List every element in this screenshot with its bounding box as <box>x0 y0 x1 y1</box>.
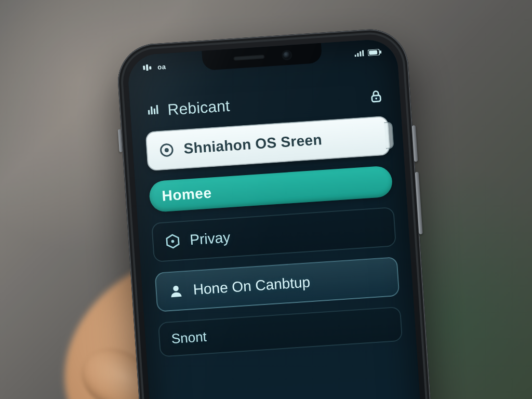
menu-item-home-on-label: Hone On Canbtup <box>193 274 311 298</box>
svg-rect-4 <box>357 53 358 57</box>
svg-rect-11 <box>151 107 153 114</box>
svg-rect-13 <box>156 105 158 114</box>
svg-point-19 <box>171 240 174 243</box>
svg-rect-10 <box>148 110 150 115</box>
menu-item-snont-label: Snont <box>171 329 207 347</box>
phone-frame: oa Rebicant <box>115 27 440 399</box>
signal-icon <box>354 50 364 57</box>
search-card[interactable]: Shniahon OS Sreen <box>145 116 390 171</box>
person-icon <box>168 283 184 299</box>
search-label: Shniahon OS Sreen <box>183 131 323 157</box>
target-icon <box>158 142 175 158</box>
menu-item-home-on[interactable]: Hone On Canbtup <box>154 257 400 312</box>
svg-rect-2 <box>149 66 151 70</box>
svg-point-20 <box>173 286 179 291</box>
equalizer-icon <box>147 104 161 118</box>
svg-rect-1 <box>146 64 149 71</box>
hexagon-icon <box>165 233 181 250</box>
menu-item-privacy[interactable]: Privay <box>151 207 396 262</box>
menu-item-privacy-label: Privay <box>189 229 231 248</box>
svg-rect-5 <box>360 51 362 57</box>
svg-rect-8 <box>369 50 377 55</box>
home-pill[interactable]: Homee <box>149 165 393 212</box>
battery-icon <box>368 49 382 56</box>
menu-item-snont[interactable]: Snont <box>158 307 403 357</box>
app-header: Rebicant <box>143 85 387 122</box>
app-title: Rebicant <box>167 97 231 119</box>
svg-rect-12 <box>153 109 155 114</box>
carrier-dots-icon <box>143 64 154 71</box>
phone-screen: oa Rebicant <box>127 38 429 399</box>
svg-rect-0 <box>143 65 145 70</box>
svg-rect-9 <box>380 50 381 54</box>
home-pill-label: Homee <box>162 184 212 204</box>
status-left-text: oa <box>157 62 166 71</box>
lock-icon[interactable] <box>368 88 384 104</box>
svg-rect-6 <box>362 50 364 56</box>
svg-point-17 <box>165 148 169 153</box>
svg-rect-3 <box>354 55 356 57</box>
